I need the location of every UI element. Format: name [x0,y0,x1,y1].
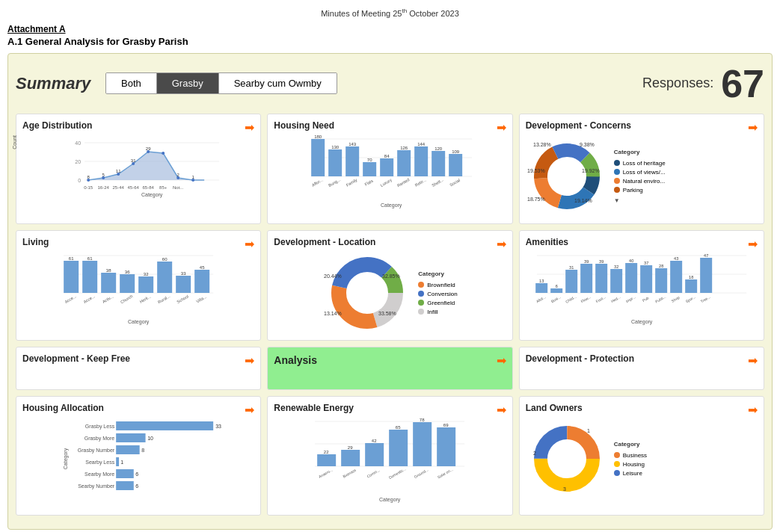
svg-text:60: 60 [162,257,168,262]
analysis-header: Analysis ➡ [274,353,506,368]
svg-text:19.92%: 19.92% [582,168,600,173]
svg-text:2: 2 [176,173,179,177]
analysis-arrow[interactable]: ➡ [497,353,506,368]
svg-text:Searby Less: Searby Less [85,460,114,466]
svg-text:143: 143 [348,142,357,146]
svg-rect-120 [580,264,592,293]
svg-text:61: 61 [69,256,74,261]
svg-text:Bung...: Bung... [328,177,342,188]
svg-text:43: 43 [674,256,678,261]
svg-text:109: 109 [452,149,460,154]
svg-text:Social: Social [449,178,461,188]
svg-text:Publi...: Publi... [654,294,666,304]
svg-text:144: 144 [417,142,426,146]
tab-searby[interactable]: Searby cum Owmby [219,73,337,93]
svg-rect-136 [700,258,712,293]
housing-allocation-card: Housing Allocation ➡ Grasby Less Grasby … [16,396,261,516]
svg-text:Category: Category [141,192,163,198]
renewable-energy-title: Renewable Energy [274,403,506,413]
svg-text:29: 29 [348,445,353,450]
amenities-svg: 13 6 31 39 39 32 40 37 28 [526,252,758,327]
svg-text:32.85%: 32.85% [382,273,400,279]
housing-need-svg: 180 130 143 70 84 126 144 120 10 [274,135,506,210]
amenities-card: Amenities ➡ 13 6 31 39 39 [519,230,764,341]
svg-rect-79 [82,261,97,293]
svg-text:33: 33 [215,424,221,429]
tab-both[interactable]: Both [106,73,157,93]
svg-text:18: 18 [689,275,693,279]
svg-text:Rural...: Rural... [157,294,171,304]
svg-text:13.28%: 13.28% [533,142,551,147]
svg-text:84: 84 [384,154,390,158]
svg-text:45-64: 45-64 [127,185,139,190]
svg-text:Flats: Flats [364,178,375,186]
svg-text:1: 1 [191,175,194,179]
housing-allocation-arrow[interactable]: ➡ [245,403,254,417]
svg-text:61: 61 [87,256,93,261]
dev-location-chart-area: 20.44% 32.85% 33.58% 13.14% Category Bro… [274,252,506,334]
svg-text:6: 6 [555,284,557,288]
dev-protection-card: Development - Protection ➡ [519,347,764,390]
housing-need-arrow[interactable]: ➡ [497,120,506,134]
svg-rect-116 [550,288,562,293]
svg-text:Comm...: Comm... [366,468,381,479]
svg-text:42: 42 [372,439,377,443]
svg-text:Family: Family [346,177,358,187]
svg-rect-175 [341,450,360,466]
svg-rect-37 [346,146,359,176]
dev-keep-free-arrow[interactable]: ➡ [245,353,254,368]
dev-keep-free-card: Development - Keep Free ➡ [16,347,261,390]
responses-area: Responses: 67 [642,61,764,106]
housing-need-title: Housing Need [274,120,506,131]
svg-text:120: 120 [434,146,443,151]
svg-text:0-15: 0-15 [84,185,93,190]
amenities-arrow[interactable]: ➡ [748,237,758,251]
svg-text:Acce...: Acce... [64,294,77,304]
svg-rect-49 [449,154,462,176]
svg-point-12 [162,152,165,155]
svg-rect-130 [655,268,667,293]
tab-grasby[interactable]: Grasby [157,73,219,93]
svg-text:0: 0 [78,178,81,183]
dev-concerns-chart-area: 13.28% 9.38% 19.92% 19.14% 18.75% 19.53%… [526,135,758,217]
svg-text:Spor...: Spor... [684,294,696,303]
svg-text:Hed...: Hed... [610,294,621,303]
land-owners-arrow[interactable]: ➡ [748,403,758,417]
svg-rect-83 [120,274,135,293]
svg-text:Searby More: Searby More [85,471,114,477]
svg-text:31: 31 [569,265,574,270]
svg-text:16-24: 16-24 [97,185,109,190]
svg-text:Pub: Pub [641,295,649,303]
svg-rect-118 [565,270,577,293]
living-arrow[interactable]: ➡ [245,237,254,251]
svg-text:Child...: Child... [565,294,577,303]
page-header: Minutes of Meeting 25th October 2023 [7,7,773,18]
svg-text:65-84: 65-84 [142,185,154,190]
svg-text:Solar on...: Solar on... [437,467,454,480]
svg-text:6: 6 [135,483,138,489]
svg-text:School: School [176,294,189,304]
svg-text:Biomass: Biomass [343,467,357,478]
svg-text:20.44%: 20.44% [324,273,342,279]
dev-concerns-arrow[interactable]: ➡ [748,120,758,134]
svg-text:Villa...: Villa... [195,294,207,303]
dev-location-arrow[interactable]: ➡ [497,237,506,251]
svg-text:3: 3 [563,486,566,492]
dev-protection-title: Development - Protection [526,353,758,364]
attachment-title: Attachment A [7,24,773,34]
svg-text:Grasby Number: Grasby Number [78,448,115,454]
dev-location-legend: Category Brownfield Conversion Greenfiel… [418,270,457,315]
living-card: Living ➡ 61 61 38 36 32 [16,230,261,341]
svg-text:Retir...: Retir... [414,177,427,187]
renewable-energy-arrow[interactable]: ➡ [497,403,506,417]
svg-rect-81 [101,273,116,293]
svg-text:Foot...: Foot... [595,294,606,303]
svg-text:Not...: Not... [173,185,184,190]
living-svg: 61 61 38 36 32 60 33 45 Acce... [22,252,254,327]
age-distribution-arrow[interactable]: ➡ [245,120,254,134]
svg-text:40: 40 [629,259,633,263]
svg-text:78: 78 [420,418,425,422]
dev-protection-arrow[interactable]: ➡ [748,353,758,368]
svg-text:22: 22 [324,450,329,454]
svg-text:Domestic...: Domestic... [388,466,407,480]
